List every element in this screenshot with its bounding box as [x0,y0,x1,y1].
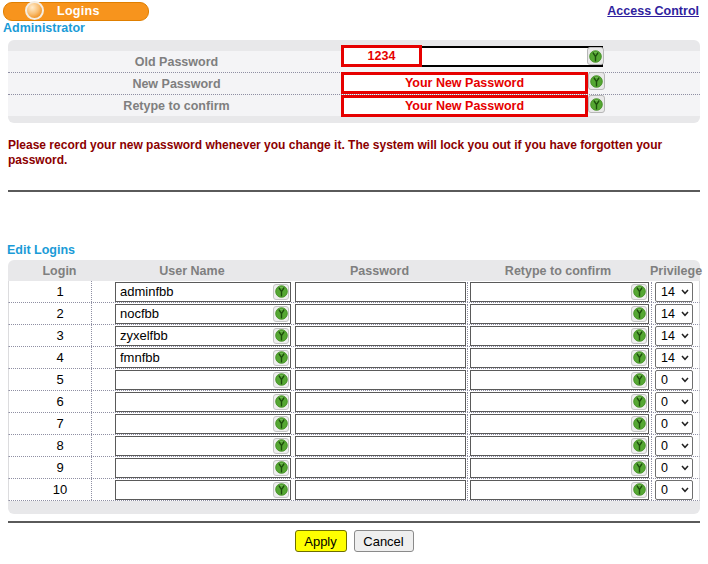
chevron-down-icon [681,289,689,295]
password-warning-text: Please record your new password whenever… [8,138,702,168]
retype-input[interactable] [470,480,649,500]
table-footer-band [8,501,700,514]
retype-input[interactable] [470,370,649,390]
user-name-input[interactable] [115,414,291,434]
password-input[interactable] [295,392,466,412]
password-input[interactable] [295,370,466,390]
new-password-highlight: Your New Password [341,72,588,94]
privilege-select[interactable]: 14 [655,348,693,368]
login-index: 1 [9,281,92,302]
privilege-select[interactable]: 0 [655,414,693,434]
retype-input[interactable] [470,282,649,302]
password-input[interactable] [295,480,466,500]
administrator-section-title: Administrator [3,21,85,35]
password-input[interactable] [295,304,466,324]
keyboard-icon[interactable] [588,72,605,90]
password-input[interactable] [295,458,466,478]
retype-input[interactable] [470,392,649,412]
privilege-select[interactable]: 0 [655,480,693,500]
user-name-input[interactable] [115,326,291,346]
page-title: Logins [57,4,100,18]
keyboard-icon[interactable] [631,328,647,344]
keyboard-icon[interactable] [631,394,647,410]
user-name-input[interactable] [115,282,291,302]
user-name-input[interactable] [115,304,291,324]
privilege-select[interactable]: 0 [655,370,693,390]
password-input[interactable] [295,414,466,434]
keyboard-icon[interactable] [631,372,647,388]
chevron-down-icon [681,333,689,339]
login-index: 9 [9,457,92,478]
password-input[interactable] [295,436,466,456]
keyboard-icon[interactable] [273,394,289,410]
privilege-select[interactable]: 0 [655,436,693,456]
access-control-link[interactable]: Access Control [607,4,699,18]
keyboard-icon[interactable] [273,306,289,322]
login-index: 4 [9,347,92,368]
retype-input[interactable] [470,414,649,434]
privilege-select[interactable]: 0 [655,392,693,412]
chevron-down-icon [681,421,689,427]
keyboard-icon[interactable] [273,438,289,454]
login-index: 10 [9,479,92,500]
keyboard-icon[interactable] [588,95,605,113]
retype-input[interactable] [470,326,649,346]
privilege-select[interactable]: 14 [655,304,693,324]
keyboard-icon[interactable] [587,47,604,65]
password-input[interactable] [295,348,466,368]
keyboard-icon[interactable] [631,306,647,322]
password-input[interactable] [295,326,466,346]
table-row: 1 14 [8,281,700,303]
user-name-input[interactable] [115,392,291,412]
login-index: 3 [9,325,92,346]
chevron-down-icon [681,399,689,405]
cancel-button[interactable]: Cancel [354,530,414,552]
administrator-table: Old Password New Password Retype to conf… [8,40,700,123]
column-header-privilege: Privilege [650,264,700,278]
keyboard-icon[interactable] [273,284,289,300]
retype-input[interactable] [470,436,649,456]
chevron-down-icon [681,487,689,493]
keyboard-icon[interactable] [273,416,289,432]
retype-input[interactable] [470,348,649,368]
chevron-down-icon [681,465,689,471]
user-name-input[interactable] [115,458,291,478]
table-footer-band [8,116,700,123]
retype-input[interactable] [470,304,649,324]
column-header-login: Login [8,264,91,278]
keyboard-icon[interactable] [273,372,289,388]
logins-title-banner: Logins [3,2,149,21]
keyboard-icon[interactable] [631,416,647,432]
keyboard-icon[interactable] [273,460,289,476]
privilege-select[interactable]: 0 [655,458,693,478]
password-input[interactable] [295,282,466,302]
keyboard-icon[interactable] [631,482,647,498]
edit-logins-table: Login User Name Password Retype to confi… [8,260,700,514]
user-name-input[interactable] [115,370,291,390]
table-row: 10 0 [8,479,700,501]
table-row: 3 14 [8,325,700,347]
user-name-input[interactable] [115,480,291,500]
table-row: 9 0 [8,457,700,479]
privilege-select[interactable]: 14 [655,326,693,346]
action-buttons: Apply Cancel [0,530,708,552]
table-row: 8 0 [8,435,700,457]
divider [8,190,700,192]
login-index: 6 [9,391,92,412]
privilege-select[interactable]: 14 [655,282,693,302]
keyboard-icon[interactable] [273,350,289,366]
chevron-down-icon [681,377,689,383]
keyboard-icon[interactable] [273,482,289,498]
keyboard-icon[interactable] [631,438,647,454]
table-row: 6 0 [8,391,700,413]
keyboard-icon[interactable] [631,460,647,476]
retype-input[interactable] [470,458,649,478]
keyboard-icon[interactable] [273,328,289,344]
apply-button[interactable]: Apply [295,530,347,552]
user-name-input[interactable] [115,348,291,368]
divider [8,521,700,523]
keyboard-icon[interactable] [631,350,647,366]
keyboard-icon[interactable] [631,284,647,300]
user-name-input[interactable] [115,436,291,456]
edit-logins-header-row: Login User Name Password Retype to confi… [8,260,700,281]
